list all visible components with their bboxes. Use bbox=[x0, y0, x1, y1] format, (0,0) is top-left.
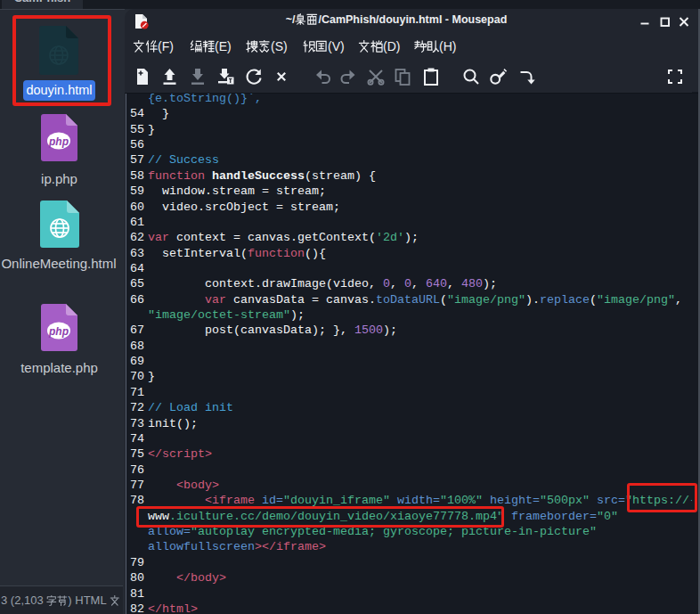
svg-text:php: php bbox=[48, 325, 69, 338]
svg-text:php: php bbox=[48, 135, 69, 148]
